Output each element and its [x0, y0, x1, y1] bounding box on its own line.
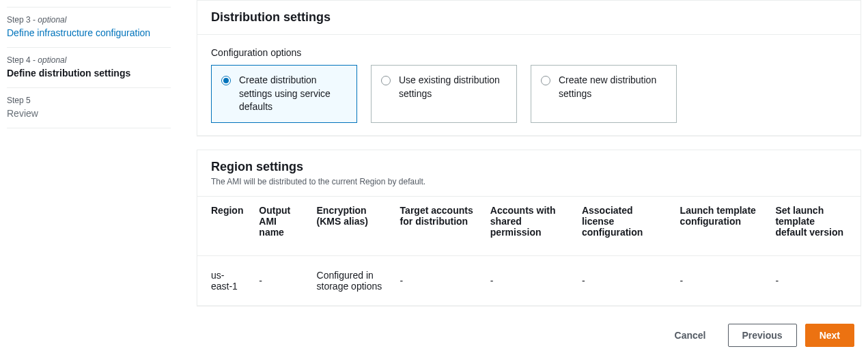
step-label: Step 5 — [7, 96, 171, 105]
col-shared-permission: Accounts with shared permission — [484, 197, 575, 256]
step-title-link[interactable]: Define infrastructure configuration — [7, 27, 171, 38]
main-content: Distribution settings Configuration opti… — [178, 0, 868, 364]
panel-header: Region settings The AMI will be distribu… — [197, 150, 860, 197]
radio-option-existing[interactable]: Use existing distribution settings — [371, 65, 517, 123]
cell-encryption: Configured in storage options — [310, 255, 393, 305]
previous-button[interactable]: Previous — [728, 324, 797, 347]
step-4: Step 4 - optional Define distribution se… — [7, 47, 171, 88]
step-5[interactable]: Step 5 Review — [7, 87, 171, 128]
panel-header: Distribution settings — [197, 1, 860, 35]
distribution-settings-panel: Distribution settings Configuration opti… — [197, 0, 861, 136]
col-region: Region — [197, 197, 252, 256]
wizard-footer: Cancel Previous Next — [197, 320, 861, 354]
col-target-accounts: Target accounts for distribution — [393, 197, 484, 256]
wizard-sidebar: Step 3 - optional Define infrastructure … — [0, 0, 178, 364]
step-3[interactable]: Step 3 - optional Define infrastructure … — [7, 7, 171, 48]
col-launch-template: Launch template configuration — [673, 197, 769, 256]
radio-option-defaults[interactable]: Create distribution settings using servi… — [211, 65, 357, 123]
panel-body: Configuration options Create distributio… — [197, 35, 860, 135]
table-row: us-east-1 - Configured in storage option… — [197, 255, 860, 305]
col-encryption: Encryption (KMS alias) — [310, 197, 393, 256]
radio-label: Use existing distribution settings — [399, 74, 507, 100]
radio-option-new[interactable]: Create new distribution settings — [531, 65, 677, 123]
step-title-muted[interactable]: Review — [7, 108, 171, 119]
radio-icon — [541, 76, 550, 85]
col-output-ami: Output AMI name — [252, 197, 309, 256]
step-title-active: Define distribution settings — [7, 68, 171, 79]
panel-title: Distribution settings — [211, 10, 847, 25]
next-button[interactable]: Next — [805, 324, 854, 347]
radio-group: Create distribution settings using servi… — [211, 65, 847, 123]
panel-subtitle: The AMI will be distributed to the curre… — [211, 177, 847, 186]
col-launch-default: Set launch template default version — [768, 197, 860, 256]
region-settings-panel: Region settings The AMI will be distribu… — [197, 150, 861, 306]
cell-shared-permission: - — [484, 255, 575, 305]
radio-label: Create new distribution settings — [559, 74, 667, 100]
step-label: Step 4 - optional — [7, 55, 171, 65]
col-license-config: Associated license configuration — [575, 197, 673, 256]
step-label: Step 3 - optional — [7, 15, 171, 25]
cell-launch-default: - — [768, 255, 860, 305]
radio-label: Create distribution settings using servi… — [239, 74, 347, 114]
cell-region: us-east-1 — [197, 255, 252, 305]
cell-target-accounts: - — [393, 255, 484, 305]
radio-icon — [221, 76, 231, 85]
cancel-button[interactable]: Cancel — [661, 324, 720, 346]
configuration-options-label: Configuration options — [211, 47, 847, 58]
cell-output-ami: - — [252, 255, 309, 305]
radio-icon — [381, 76, 391, 85]
cell-license-config: - — [575, 255, 673, 305]
cell-launch-template: - — [673, 255, 769, 305]
panel-title: Region settings — [211, 160, 847, 174]
region-table: Region Output AMI name Encryption (KMS a… — [197, 197, 860, 305]
table-header-row: Region Output AMI name Encryption (KMS a… — [197, 197, 860, 256]
